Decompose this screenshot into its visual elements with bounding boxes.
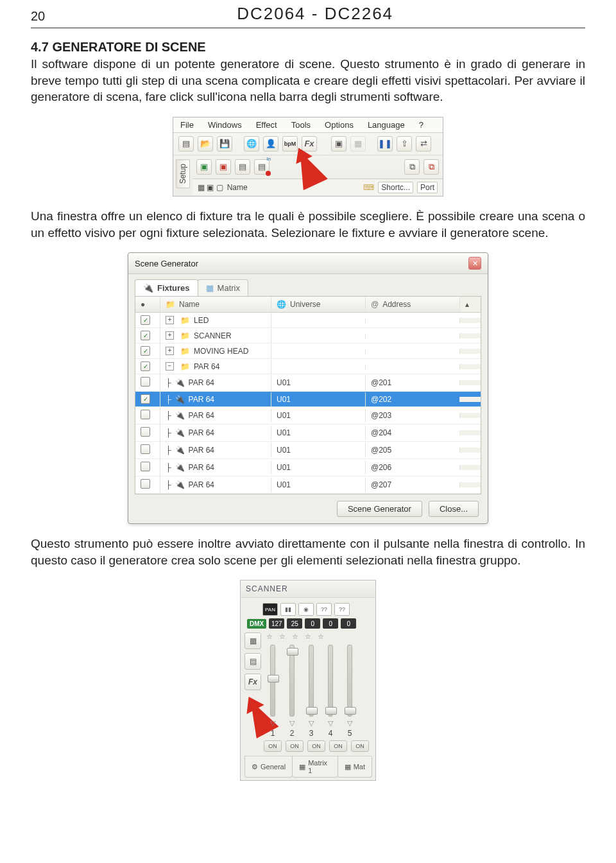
checkbox[interactable] <box>141 362 150 371</box>
key-icon: ⌨ <box>363 183 374 192</box>
dmx-val-3[interactable]: 0 <box>305 618 320 629</box>
checkbox[interactable] <box>141 410 150 419</box>
preset-button[interactable]: ▤ <box>244 653 261 670</box>
new-icon[interactable]: ▤ <box>178 136 194 152</box>
delete-icon[interactable]: ⧉ <box>424 159 439 175</box>
group-row[interactable]: −📁 PAR 64 <box>160 360 271 374</box>
on-5[interactable]: ON <box>351 740 369 752</box>
menu-file[interactable]: File <box>173 118 201 132</box>
fixture-row[interactable]: ├ 🔌 PAR 64 <box>160 426 271 440</box>
col-port[interactable]: Port <box>417 182 438 193</box>
tab-fixtures[interactable]: 🔌Fixtures <box>135 279 198 296</box>
scanner-panel: SCANNER PAN ▮▮ ◉ ?? ?? DMX 127 25 0 0 0 <box>240 580 376 781</box>
on-2[interactable]: ON <box>286 740 304 752</box>
scrollbar-up[interactable]: ▴ <box>459 297 481 312</box>
checkbox[interactable] <box>141 377 150 387</box>
checkbox[interactable] <box>141 346 150 356</box>
col-name[interactable]: 📁Name <box>160 297 271 312</box>
tab-matrix[interactable]: ▦Matrix <box>198 279 248 296</box>
remove-icon[interactable]: ▣ <box>216 159 231 175</box>
on-3[interactable]: ON <box>307 740 325 752</box>
paragraph-1: Il software dispone di un potente genera… <box>31 56 585 105</box>
dmx-val-5[interactable]: 0 <box>341 618 356 629</box>
transfer-icon[interactable]: ⇄ <box>416 136 431 152</box>
col-bullet[interactable]: ● <box>135 297 160 312</box>
universe-cell: U01 <box>271 392 366 406</box>
fader-4[interactable] <box>328 645 333 717</box>
window-icon[interactable]: ▣ <box>331 136 346 152</box>
group-row[interactable]: +📁 SCANNER <box>160 329 271 343</box>
address-cell: @204 <box>366 426 459 440</box>
grid-button[interactable]: ▦ <box>244 632 261 649</box>
matrix-icon: ▦ <box>206 283 214 293</box>
dmx-val-2[interactable]: 25 <box>287 618 302 629</box>
grid-icon[interactable]: ▦ <box>350 136 366 152</box>
tab-mat[interactable]: ▦Mat <box>338 756 372 778</box>
fixture-row[interactable]: ├ 🔌 PAR 64 <box>160 408 271 423</box>
on-4[interactable]: ON <box>329 740 347 752</box>
checkbox[interactable] <box>141 331 150 340</box>
dmx-val-1[interactable]: 127 <box>269 618 284 629</box>
menu-help[interactable]: ? <box>412 118 431 132</box>
address-cell: @201 <box>366 376 459 390</box>
page-number: 20 <box>31 5 45 28</box>
menu-language[interactable]: Language <box>361 118 412 132</box>
record-icon[interactable]: ▤In <box>254 159 270 175</box>
menu-effect[interactable]: Effect <box>249 118 284 132</box>
fx-button[interactable]: Fx <box>244 674 261 690</box>
fader-group: ▽1 ▽2 ▽3 ▽4 ▽5 <box>266 645 372 738</box>
upload-icon[interactable]: ⇧ <box>397 136 412 152</box>
fixture-row[interactable]: ├ 🔌 PAR 64 <box>160 460 271 475</box>
pause-icon[interactable]: ❚❚ <box>377 136 393 152</box>
add-icon[interactable]: ▣ <box>196 159 212 175</box>
tab-matrix1[interactable]: ▦Matrix 1 <box>292 756 338 778</box>
fader-2[interactable] <box>289 645 295 717</box>
fixture-row[interactable]: ├ 🔌 PAR 64 <box>160 478 271 492</box>
color-icon[interactable]: ▮▮ <box>280 603 296 616</box>
fx-icon[interactable]: Fx <box>302 136 317 152</box>
open-icon[interactable]: 📂 <box>198 136 213 152</box>
unknown-2-icon[interactable]: ?? <box>334 603 350 616</box>
checkbox[interactable] <box>141 479 150 489</box>
close-icon[interactable]: ✕ <box>468 257 481 270</box>
gobo-icon[interactable]: ◉ <box>298 603 314 616</box>
fader-1[interactable] <box>270 645 275 717</box>
toolbar-row-1: ▤ 📂 💾 🌐 👤 bpM Fx ▣ ▦ ❚❚ ⇧ <box>173 133 443 155</box>
copy-icon[interactable]: ⧉ <box>404 159 420 175</box>
fader-3[interactable] <box>309 645 314 717</box>
col-universe[interactable]: 🌐Universe <box>271 297 366 312</box>
menu-tools[interactable]: Tools <box>284 118 318 132</box>
dmx-val-4[interactable]: 0 <box>323 618 338 629</box>
gear-icon: ⚙ <box>252 763 258 771</box>
setup-tab[interactable]: Setup <box>176 159 190 188</box>
close-button[interactable]: Close... <box>429 501 479 517</box>
checkbox[interactable] <box>141 394 150 404</box>
fader-5[interactable] <box>347 645 352 717</box>
on-1[interactable]: ON <box>264 740 282 752</box>
globe-icon[interactable]: 🌐 <box>244 136 259 152</box>
col-address[interactable]: @Address <box>366 297 459 312</box>
tab-general[interactable]: ⚙General <box>244 756 293 778</box>
group-row[interactable]: +📁 LED <box>160 313 271 327</box>
fixture-row[interactable]: ├ 🔌 PAR 64 <box>160 376 271 390</box>
pan-icon[interactable]: PAN <box>262 603 278 616</box>
list-icon[interactable]: ▤ <box>235 159 250 175</box>
unknown-1-icon[interactable]: ?? <box>316 603 332 616</box>
save-icon[interactable]: 💾 <box>217 136 232 152</box>
fixture-row[interactable]: ├ 🔌 PAR 64 <box>160 443 271 457</box>
fixture-icon: 🔌 <box>143 283 153 293</box>
menu-options[interactable]: Options <box>318 118 361 132</box>
fixture-row[interactable]: ├ 🔌 PAR 64 <box>160 392 271 406</box>
col-name[interactable]: Name <box>227 183 248 192</box>
checkbox[interactable] <box>141 444 150 454</box>
col-shortcut[interactable]: Shortc... <box>378 182 413 193</box>
section-heading: 4.7 GENERATORE DI SCENE <box>31 40 585 55</box>
address-cell: @203 <box>366 408 459 423</box>
group-row[interactable]: +📁 MOVING HEAD <box>160 344 271 358</box>
user-icon[interactable]: 👤 <box>263 136 278 152</box>
scene-generator-button[interactable]: Scene Generator <box>337 501 422 517</box>
menu-windows[interactable]: Windows <box>201 118 249 132</box>
checkbox[interactable] <box>141 427 150 437</box>
checkbox[interactable] <box>141 315 150 325</box>
checkbox[interactable] <box>141 462 150 471</box>
